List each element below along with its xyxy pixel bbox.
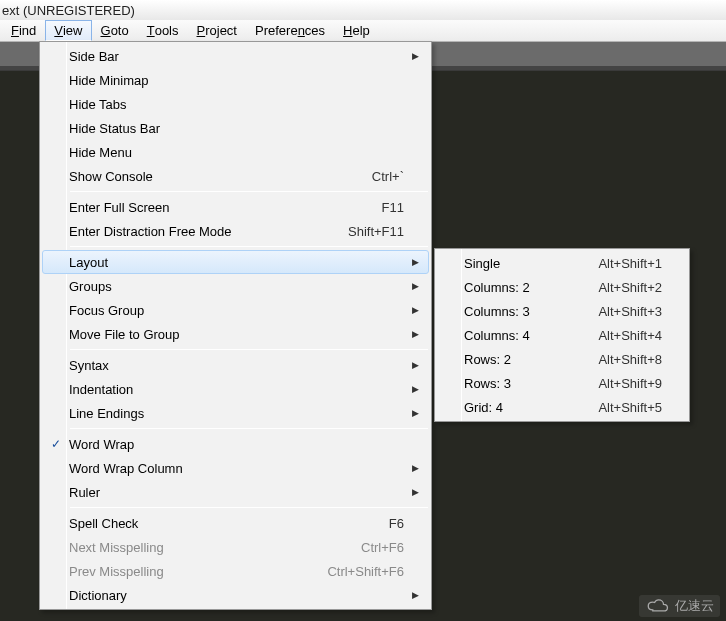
menu-item-label: Columns: 4 (464, 328, 598, 343)
menu-item-shortcut: Alt+Shift+4 (598, 328, 670, 343)
watermark-text: 亿速云 (675, 597, 714, 615)
view-item-hide-tabs[interactable]: Hide Tabs (42, 92, 429, 116)
layout-item-columns-2[interactable]: Columns: 2Alt+Shift+2 (437, 275, 687, 299)
watermark: 亿速云 (639, 595, 720, 617)
menu-item-label: Line Endings (69, 406, 404, 421)
menu-item-label: Move File to Group (69, 327, 404, 342)
view-item-enter-distraction-free-mode[interactable]: Enter Distraction Free ModeShift+F11 (42, 219, 429, 243)
menu-preferences[interactable]: Preferences (246, 20, 334, 41)
menu-item-label: Syntax (69, 358, 404, 373)
menu-find[interactable]: Find (2, 20, 45, 41)
view-item-ruler[interactable]: Ruler▶ (42, 480, 429, 504)
menu-item-label: Word Wrap (69, 437, 404, 452)
submenu-arrow-icon: ▶ (412, 281, 428, 291)
menu-view[interactable]: View (45, 20, 91, 41)
menu-item-label: Side Bar (69, 49, 404, 64)
menu-item-label: Columns: 2 (464, 280, 598, 295)
view-item-word-wrap-column[interactable]: Word Wrap Column▶ (42, 456, 429, 480)
view-item-word-wrap[interactable]: ✓Word Wrap (42, 432, 429, 456)
menu-item-label: Word Wrap Column (69, 461, 404, 476)
window-title: ext (UNREGISTERED) (0, 0, 726, 20)
check-icon: ✓ (43, 437, 69, 451)
menu-item-shortcut: F11 (382, 200, 412, 215)
menu-item-shortcut: Ctrl+F6 (361, 540, 412, 555)
layout-item-grid-4[interactable]: Grid: 4Alt+Shift+5 (437, 395, 687, 419)
menu-item-shortcut: Alt+Shift+2 (598, 280, 670, 295)
menu-item-label: Dictionary (69, 588, 404, 603)
window-title-text: ext (UNREGISTERED) (2, 3, 135, 18)
menu-item-shortcut: Alt+Shift+9 (598, 376, 670, 391)
view-item-syntax[interactable]: Syntax▶ (42, 353, 429, 377)
submenu-arrow-icon: ▶ (412, 384, 428, 394)
view-separator (70, 191, 428, 192)
menu-item-shortcut: Alt+Shift+5 (598, 400, 670, 415)
menu-item-label: Spell Check (69, 516, 389, 531)
menu-item-label: Groups (69, 279, 404, 294)
view-item-line-endings[interactable]: Line Endings▶ (42, 401, 429, 425)
menu-item-label: Enter Distraction Free Mode (69, 224, 348, 239)
submenu-arrow-icon: ▶ (412, 329, 428, 339)
view-item-move-file-to-group[interactable]: Move File to Group▶ (42, 322, 429, 346)
submenu-arrow-icon: ▶ (412, 590, 428, 600)
menu-item-label: Single (464, 256, 598, 271)
cloud-icon (645, 598, 671, 614)
view-item-side-bar[interactable]: Side Bar▶ (42, 44, 429, 68)
layout-item-columns-4[interactable]: Columns: 4Alt+Shift+4 (437, 323, 687, 347)
menu-item-label: Grid: 4 (464, 400, 598, 415)
menu-item-label: Next Misspelling (69, 540, 361, 555)
submenu-arrow-icon: ▶ (412, 487, 428, 497)
menu-help[interactable]: Help (334, 20, 379, 41)
menu-item-label: Hide Menu (69, 145, 404, 160)
menu-item-shortcut: Alt+Shift+8 (598, 352, 670, 367)
view-item-hide-minimap[interactable]: Hide Minimap (42, 68, 429, 92)
menu-item-shortcut: Ctrl+` (372, 169, 412, 184)
view-separator (70, 246, 428, 247)
view-item-indentation[interactable]: Indentation▶ (42, 377, 429, 401)
menu-item-shortcut: Alt+Shift+1 (598, 256, 670, 271)
menu-item-label: Enter Full Screen (69, 200, 382, 215)
menu-item-shortcut: Ctrl+Shift+F6 (327, 564, 412, 579)
view-item-next-misspelling: Next MisspellingCtrl+F6 (42, 535, 429, 559)
view-menu-dropdown: Side Bar▶Hide MinimapHide TabsHide Statu… (39, 41, 432, 610)
menu-item-label: Columns: 3 (464, 304, 598, 319)
view-separator (70, 507, 428, 508)
menu-item-label: Hide Minimap (69, 73, 404, 88)
menu-item-label: Hide Tabs (69, 97, 404, 112)
layout-item-columns-3[interactable]: Columns: 3Alt+Shift+3 (437, 299, 687, 323)
view-item-focus-group[interactable]: Focus Group▶ (42, 298, 429, 322)
menu-item-shortcut: F6 (389, 516, 412, 531)
submenu-arrow-icon: ▶ (412, 360, 428, 370)
menu-item-label: Layout (69, 255, 404, 270)
menu-item-label: Rows: 3 (464, 376, 598, 391)
menu-item-label: Hide Status Bar (69, 121, 404, 136)
view-item-prev-misspelling: Prev MisspellingCtrl+Shift+F6 (42, 559, 429, 583)
submenu-arrow-icon: ▶ (412, 463, 428, 473)
menu-item-label: Show Console (69, 169, 372, 184)
view-item-enter-full-screen[interactable]: Enter Full ScreenF11 (42, 195, 429, 219)
menu-goto[interactable]: Goto (92, 20, 138, 41)
submenu-arrow-icon: ▶ (412, 257, 428, 267)
menu-item-label: Ruler (69, 485, 404, 500)
view-item-dictionary[interactable]: Dictionary▶ (42, 583, 429, 607)
menu-item-label: Rows: 2 (464, 352, 598, 367)
view-item-hide-menu[interactable]: Hide Menu (42, 140, 429, 164)
menu-item-label: Indentation (69, 382, 404, 397)
layout-item-rows-2[interactable]: Rows: 2Alt+Shift+8 (437, 347, 687, 371)
layout-item-rows-3[interactable]: Rows: 3Alt+Shift+9 (437, 371, 687, 395)
view-separator (70, 428, 428, 429)
menu-item-shortcut: Shift+F11 (348, 224, 412, 239)
view-item-layout[interactable]: Layout▶ (42, 250, 429, 274)
menubar: FindViewGotoToolsProjectPreferencesHelp (0, 20, 726, 42)
view-item-spell-check[interactable]: Spell CheckF6 (42, 511, 429, 535)
menu-item-shortcut: Alt+Shift+3 (598, 304, 670, 319)
view-item-hide-status-bar[interactable]: Hide Status Bar (42, 116, 429, 140)
layout-item-single[interactable]: SingleAlt+Shift+1 (437, 251, 687, 275)
layout-submenu-dropdown: SingleAlt+Shift+1Columns: 2Alt+Shift+2Co… (434, 248, 690, 422)
view-item-show-console[interactable]: Show ConsoleCtrl+` (42, 164, 429, 188)
submenu-arrow-icon: ▶ (412, 51, 428, 61)
menu-tools[interactable]: Tools (138, 20, 188, 41)
submenu-arrow-icon: ▶ (412, 305, 428, 315)
menu-project[interactable]: Project (188, 20, 246, 41)
menu-item-label: Prev Misspelling (69, 564, 327, 579)
view-item-groups[interactable]: Groups▶ (42, 274, 429, 298)
